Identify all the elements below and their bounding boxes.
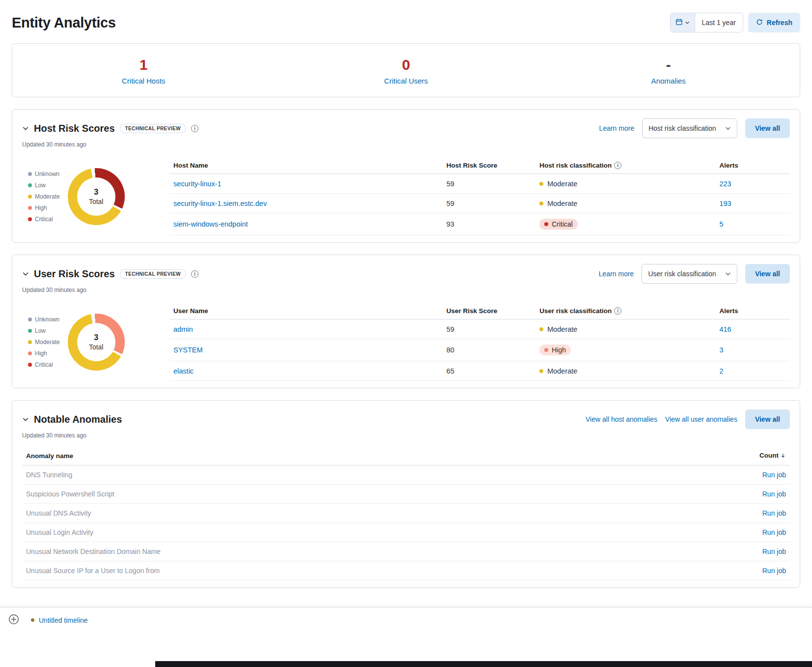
run-job-link[interactable]: Run job: [762, 528, 786, 536]
run-job-link[interactable]: Run job: [762, 490, 786, 498]
sort-down-icon: [780, 453, 786, 460]
collapse-chevron-icon[interactable]: [22, 416, 29, 423]
add-timeline-button[interactable]: [8, 614, 19, 626]
run-job-link[interactable]: Run job: [762, 567, 786, 575]
alerts-count-link[interactable]: 223: [719, 180, 731, 188]
user-name-link[interactable]: elastic: [173, 367, 194, 375]
technical-preview-badge: TECHNICAL PREVIEW: [120, 124, 186, 133]
user-risk-score: 80: [443, 339, 535, 361]
refresh-button[interactable]: Refresh: [748, 13, 800, 32]
anomalies-title-group: Notable Anomalies: [22, 414, 122, 425]
alerts-count-link[interactable]: 5: [719, 220, 723, 228]
table-row: siem-windows-endpoint 93 Critical 5: [169, 213, 790, 235]
host-name-link[interactable]: security-linux-1.siem.estc.dev: [173, 200, 267, 207]
user-risk-view-all-button[interactable]: View all: [745, 264, 790, 284]
alerts-count-link[interactable]: 193: [719, 200, 731, 207]
legend-item-low: Low: [28, 327, 60, 334]
host-risk-view-all-button[interactable]: View all: [745, 118, 790, 138]
host-risk-classification-select[interactable]: Host risk classification: [642, 118, 737, 138]
anomalies-updated: Updated 30 minutes ago: [22, 432, 790, 439]
host-name-link[interactable]: security-linux-1: [173, 180, 222, 188]
host-risk-actions: Learn more Host risk classification View…: [599, 118, 790, 138]
learn-more-link[interactable]: Learn more: [599, 270, 634, 278]
list-item: Suspicious Powershell Script Run job: [22, 485, 790, 504]
user-risk-classification-select[interactable]: User risk classification: [642, 264, 737, 284]
date-range-value[interactable]: Last 1 year: [695, 13, 743, 32]
host-risk-body: Unknown Low Moderate High Critical 3 Tot…: [22, 158, 790, 235]
anomalies-view-all-button[interactable]: View all: [745, 409, 790, 429]
timeline-status-dot: [31, 618, 34, 622]
info-icon[interactable]: i: [614, 307, 621, 315]
alerts-count-link[interactable]: 3: [719, 346, 723, 354]
info-icon[interactable]: i: [614, 162, 621, 169]
taskbar-strip: [155, 661, 812, 667]
learn-more-link[interactable]: Learn more: [599, 124, 635, 132]
critical-hosts-link[interactable]: Critical Hosts: [12, 77, 275, 85]
list-item: Unusual Network Destination Domain Name …: [22, 542, 790, 561]
user-risk-donut-viz: Unknown Low Moderate High Critical 3 Tot…: [22, 314, 160, 371]
host-name-link[interactable]: siem-windows-endpoint: [173, 220, 248, 228]
critical-risk-badge: Critical: [539, 219, 578, 230]
info-icon[interactable]: i: [191, 270, 198, 278]
alerts-header: Alerts: [715, 303, 790, 319]
risk-classification: Moderate: [539, 200, 577, 207]
anomalies-title: Notable Anomalies: [34, 414, 122, 425]
host-risk-title-group: Host Risk Scores TECHNICAL PREVIEW i: [22, 123, 198, 134]
user-risk-body: Unknown Low Moderate High Critical 3 Tot…: [22, 303, 790, 381]
donut-total-label: Total: [89, 343, 104, 352]
page-title: Entity Analytics: [12, 15, 116, 31]
view-all-host-anomalies-link[interactable]: View all host anomalies: [586, 415, 657, 423]
host-name-header: Host Name: [169, 158, 443, 174]
host-risk-panel: Host Risk Scores TECHNICAL PREVIEW i Lea…: [12, 109, 800, 243]
collapse-chevron-icon[interactable]: [22, 270, 29, 277]
legend-item-moderate: Moderate: [28, 193, 60, 200]
table-row: SYSTEM 80 High 3: [169, 339, 790, 361]
high-dot: [544, 348, 548, 352]
count-header[interactable]: Count: [641, 448, 790, 465]
host-risk-title: Host Risk Scores: [34, 123, 115, 134]
run-job-link[interactable]: Run job: [762, 509, 786, 517]
host-risk-classification-header: Host risk classificationi: [535, 158, 715, 174]
low-dot: [28, 183, 32, 187]
calendar-button[interactable]: [671, 13, 695, 32]
unknown-dot: [28, 172, 32, 176]
donut-total: 3: [94, 332, 98, 343]
moderate-dot: [539, 202, 543, 205]
critical-hosts-value: 1: [12, 57, 275, 73]
timeline-bottom-bar: Untitled timeline: [0, 607, 812, 633]
user-name-link[interactable]: admin: [173, 325, 193, 333]
plus-circle-icon: [8, 614, 19, 626]
anomaly-name: Unusual DNS Activity: [22, 504, 641, 523]
user-risk-title: User Risk Scores: [34, 268, 115, 280]
anomalies-value: -: [537, 57, 800, 73]
alerts-count-link[interactable]: 2: [719, 367, 723, 375]
anomalies-actions: View all host anomalies View all user an…: [586, 409, 790, 429]
critical-users-link[interactable]: Critical Users: [275, 77, 537, 85]
anomalies-table: Anomaly name Count DNS Tunneling Run job…: [22, 448, 790, 580]
user-name-link[interactable]: SYSTEM: [173, 346, 203, 354]
timeline-toggle[interactable]: Untitled timeline: [31, 616, 88, 624]
user-risk-updated: Updated 30 minutes ago: [22, 287, 790, 293]
run-job-link[interactable]: Run job: [762, 548, 786, 555]
anomaly-name: Unusual Source IP for a User to Logon fr…: [22, 561, 641, 580]
anomalies-link[interactable]: Anomalies: [537, 77, 800, 85]
chevron-down-icon: [725, 271, 731, 277]
kpi-anomalies: - Anomalies: [537, 57, 800, 85]
donut-total-label: Total: [89, 197, 104, 206]
moderate-dot: [28, 195, 32, 199]
run-job-link[interactable]: Run job: [762, 471, 786, 479]
view-all-user-anomalies-link[interactable]: View all user anomalies: [665, 415, 737, 423]
host-risk-donut-viz: Unknown Low Moderate High Critical 3 Tot…: [22, 168, 160, 225]
moderate-dot: [539, 182, 543, 186]
info-icon[interactable]: i: [191, 125, 198, 132]
user-risk-panel: User Risk Scores TECHNICAL PREVIEW i Lea…: [12, 255, 800, 388]
moderate-dot: [539, 369, 543, 373]
list-item: Unusual DNS Activity Run job: [22, 504, 790, 523]
list-item: DNS Tunneling Run job: [22, 465, 790, 485]
user-risk-classification-header: User risk classificationi: [535, 303, 715, 319]
alerts-count-link[interactable]: 416: [719, 325, 731, 333]
calendar-icon: [675, 18, 683, 27]
risk-legend: Unknown Low Moderate High Critical: [28, 316, 60, 368]
collapse-chevron-icon[interactable]: [22, 125, 29, 132]
user-name-header: User Name: [169, 303, 443, 319]
